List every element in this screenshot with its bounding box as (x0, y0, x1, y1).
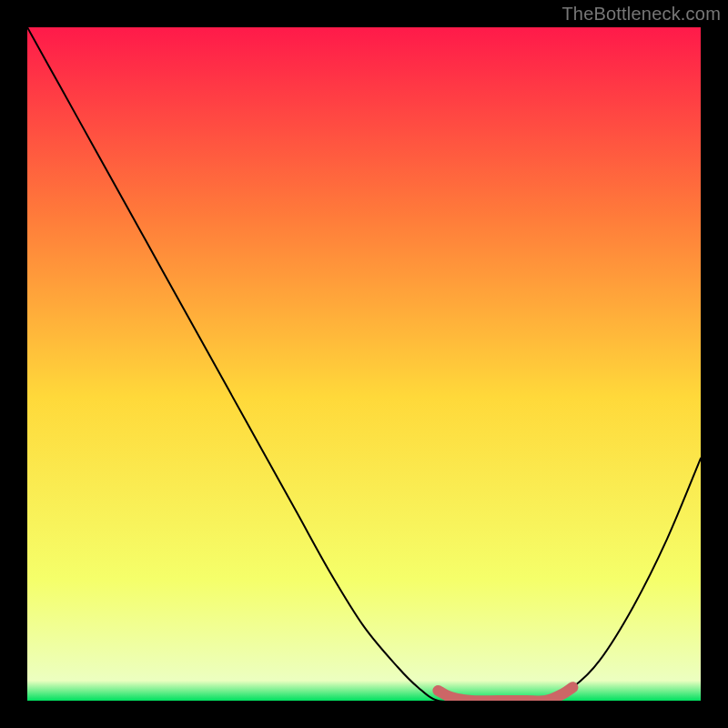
watermark-text: TheBottleneck.com (561, 4, 721, 25)
chart-plot-area (27, 27, 701, 701)
chart-svg (27, 27, 701, 701)
gradient-background (27, 27, 701, 701)
